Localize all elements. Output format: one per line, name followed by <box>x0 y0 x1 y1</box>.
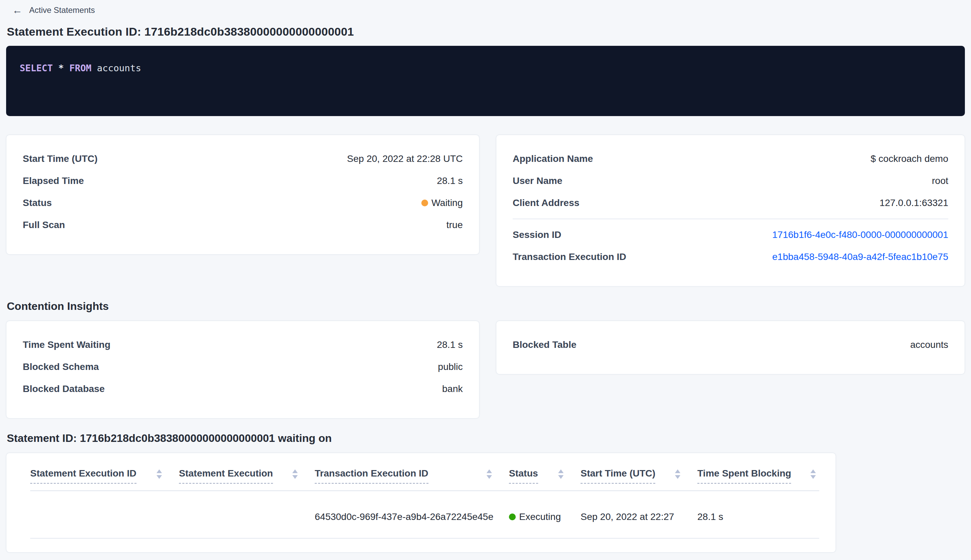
column-header-statement-execution[interactable]: Statement Execution <box>179 468 315 483</box>
detail-label: Blocked Table <box>513 339 577 350</box>
cell-start-time: Sep 20, 2022 at 22:27 <box>581 491 697 538</box>
sql-keyword-from: FROM <box>69 63 97 73</box>
execution-details-card: Start Time (UTC) Sep 20, 2022 at 22:28 U… <box>6 135 479 255</box>
detail-label: Time Spent Waiting <box>23 339 110 350</box>
column-header-time-spent-blocking[interactable]: Time Spent Blocking <box>697 468 819 483</box>
detail-label: User Name <box>513 175 562 186</box>
detail-label: Status <box>23 198 52 208</box>
column-header-label: Start Time (UTC) <box>581 468 655 483</box>
sql-table-name: accounts <box>97 63 141 73</box>
detail-value: 127.0.0.1:63321 <box>880 198 948 208</box>
sql-statement-text: SELECT * FROM accounts <box>20 63 141 73</box>
column-header-label: Time Spent Blocking <box>697 468 791 483</box>
detail-label: Session ID <box>513 230 561 240</box>
transaction-execution-id-link[interactable]: e1bba458-5948-40a9-a42f-5feac1b10e75 <box>772 252 948 262</box>
detail-row-time-spent-waiting: Time Spent Waiting 28.1 s <box>23 339 463 350</box>
status-text: Executing <box>519 512 561 522</box>
back-link-active-statements[interactable]: Active Statements <box>29 5 95 15</box>
contention-left-card: Time Spent Waiting 28.1 s Blocked Schema… <box>6 321 479 418</box>
detail-row-elapsed-time: Elapsed Time 28.1 s <box>23 175 463 186</box>
cell-status: Executing <box>509 491 581 538</box>
column-header-status[interactable]: Status <box>509 468 581 483</box>
cell-statement-execution <box>179 491 315 538</box>
detail-row-blocked-schema: Blocked Schema public <box>23 362 463 372</box>
cell-time-spent-blocking: 28.1 s <box>697 491 819 538</box>
detail-row-application-name: Application Name $ cockroach demo <box>513 153 948 164</box>
card-divider <box>513 218 948 219</box>
detail-label: Transaction Execution ID <box>513 252 626 262</box>
detail-value: root <box>932 175 948 186</box>
table-header-row: Statement Execution ID Statement Executi… <box>30 453 819 491</box>
statement-execution-page: ← Active Statements Statement Execution … <box>0 0 971 560</box>
sort-arrows-icon <box>487 469 492 479</box>
detail-label: Application Name <box>513 153 593 164</box>
detail-label: Start Time (UTC) <box>23 153 97 164</box>
waiting-on-heading: Statement ID: 1716b218dc0b38380000000000… <box>7 432 965 445</box>
contention-cards-row: Time Spent Waiting 28.1 s Blocked Schema… <box>6 321 965 418</box>
detail-row-full-scan: Full Scan true <box>23 220 463 230</box>
detail-value: Sep 20, 2022 at 22:28 UTC <box>347 153 463 164</box>
details-cards-row: Start Time (UTC) Sep 20, 2022 at 22:28 U… <box>6 135 965 287</box>
contention-right-card: Blocked Table accounts <box>496 321 965 374</box>
column-header-start-time[interactable]: Start Time (UTC) <box>581 468 697 483</box>
detail-row-blocked-database: Blocked Database bank <box>23 383 463 394</box>
detail-row-start-time: Start Time (UTC) Sep 20, 2022 at 22:28 U… <box>23 153 463 164</box>
column-header-label: Statement Execution <box>179 468 273 483</box>
detail-label: Blocked Database <box>23 383 105 394</box>
sql-star: * <box>58 63 70 73</box>
detail-row-status: Status Waiting <box>23 198 463 208</box>
column-header-label: Statement Execution ID <box>30 468 137 483</box>
detail-value: 28.1 s <box>437 175 463 186</box>
detail-value: true <box>447 220 463 230</box>
sort-arrows-icon <box>292 469 298 479</box>
back-arrow-icon[interactable]: ← <box>12 5 22 15</box>
cell-transaction-execution-id: 64530d0c-969f-437e-a9b4-26a72245e45e <box>315 491 509 538</box>
detail-value: $ cockroach demo <box>871 153 948 164</box>
detail-row-transaction-execution-id: Transaction Execution ID e1bba458-5948-4… <box>513 252 948 262</box>
detail-value: public <box>438 362 463 372</box>
detail-row-user-name: User Name root <box>513 175 948 186</box>
sort-arrows-icon <box>157 469 162 479</box>
column-header-statement-execution-id[interactable]: Statement Execution ID <box>30 468 179 483</box>
breadcrumb: ← Active Statements <box>6 3 965 18</box>
detail-value: accounts <box>910 339 948 350</box>
status-badge: Waiting <box>421 198 463 208</box>
sql-statement-box: SELECT * FROM accounts <box>6 46 965 116</box>
detail-label: Elapsed Time <box>23 175 84 186</box>
sort-arrows-icon <box>811 469 816 479</box>
session-details-card: Application Name $ cockroach demo User N… <box>496 135 965 287</box>
page-title: Statement Execution ID: 1716b218dc0b3838… <box>7 25 965 38</box>
detail-label: Client Address <box>513 198 579 208</box>
session-id-link[interactable]: 1716b1f6-4e0c-f480-0000-000000000001 <box>772 230 948 240</box>
contention-insights-heading: Contention Insights <box>7 300 965 313</box>
column-header-label: Transaction Execution ID <box>315 468 429 483</box>
column-header-label: Status <box>509 468 538 483</box>
detail-label: Blocked Schema <box>23 362 99 372</box>
detail-row-blocked-table: Blocked Table accounts <box>513 339 948 350</box>
status-executing-dot-icon <box>509 513 516 520</box>
detail-value: 28.1 s <box>437 339 463 350</box>
cell-statement-execution-id <box>30 491 179 538</box>
status-waiting-dot-icon <box>421 200 428 207</box>
column-header-transaction-execution-id[interactable]: Transaction Execution ID <box>315 468 509 483</box>
detail-row-client-address: Client Address 127.0.0.1:63321 <box>513 198 948 208</box>
detail-row-session-id: Session ID 1716b1f6-4e0c-f480-0000-00000… <box>513 230 948 240</box>
detail-value: bank <box>442 383 463 394</box>
detail-label: Full Scan <box>23 220 65 230</box>
sql-keyword-select: SELECT <box>20 63 58 73</box>
table-row: 64530d0c-969f-437e-a9b4-26a72245e45e Exe… <box>30 491 819 538</box>
status-text: Waiting <box>432 198 463 208</box>
waiting-on-table-card: Statement Execution ID Statement Executi… <box>6 453 836 553</box>
sort-arrows-icon <box>558 469 564 479</box>
sort-arrows-icon <box>675 469 681 479</box>
